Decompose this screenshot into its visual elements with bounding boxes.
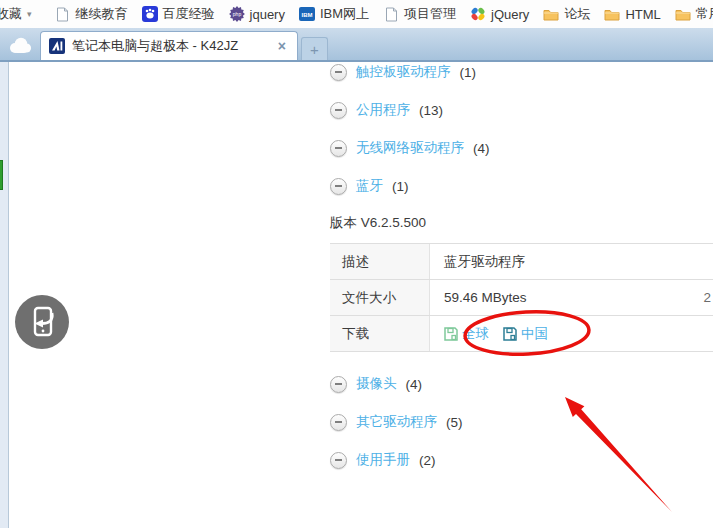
send-to-phone-button[interactable] xyxy=(15,295,69,349)
jquery-icon xyxy=(470,6,486,22)
section-count: (1) xyxy=(460,65,477,80)
bookmark-label: jquery xyxy=(250,7,285,22)
new-tab-button[interactable]: + xyxy=(301,37,328,60)
bookmark-changyong[interactable]: 常用 xyxy=(668,2,713,26)
page-icon xyxy=(383,6,399,22)
bookmark-xiangmuguanli[interactable]: 项目管理 xyxy=(376,2,463,26)
section-manual: 使用手册 (2) xyxy=(330,451,436,469)
bookmark-label: 继续教育 xyxy=(76,5,128,23)
version-text: 版本 V6.2.5.500 xyxy=(330,214,426,232)
bookmark-jixujiaoyu[interactable]: 继续教育 xyxy=(48,2,135,26)
cloud-icon xyxy=(7,36,33,54)
section-wireless-driver: 无线网络驱动程序 (4) xyxy=(330,139,490,157)
section-count: (5) xyxy=(446,415,463,430)
section-link[interactable]: 使用手册 xyxy=(356,451,410,469)
tab-title: 笔记本电脑与超极本 - K42JZ xyxy=(72,37,268,55)
floppy-disk-icon xyxy=(444,327,458,341)
section-link[interactable]: 无线网络驱动程序 xyxy=(356,139,464,157)
collapse-minus-icon[interactable] xyxy=(330,140,347,157)
row-value: 蓝牙驱动程序 xyxy=(444,253,525,271)
bookmark-html[interactable]: HTML xyxy=(597,3,667,25)
favorites-menu[interactable]: 收藏 ▾ xyxy=(0,5,36,23)
row-label: 下载 xyxy=(330,316,430,351)
browser-tab-active[interactable]: 笔记本电脑与超极本 - K42JZ × xyxy=(40,31,298,60)
page-icon xyxy=(55,6,71,22)
section-link[interactable]: 摄像头 xyxy=(356,375,397,393)
phone-share-icon xyxy=(15,295,69,349)
bookmark-label: 常用 xyxy=(696,5,713,23)
row-value: 59.46 MBytes xyxy=(444,290,527,305)
php-icon: php xyxy=(229,6,245,22)
folder-icon xyxy=(604,6,620,22)
bookmark-luntan[interactable]: 论坛 xyxy=(536,2,597,26)
bookmark-label: IBM网上 xyxy=(320,5,369,23)
collapse-minus-icon[interactable] xyxy=(330,376,347,393)
section-touchpad-driver: 触控板驱动程序 (1) xyxy=(330,63,476,81)
bookmarks-bar: 收藏 ▾ 继续教育 百度经验 php jquery IBM IBM网上 项目管理 xyxy=(0,0,713,28)
tab-close-icon[interactable]: × xyxy=(275,38,289,54)
collapse-minus-icon[interactable] xyxy=(330,414,347,431)
floppy-disk-icon xyxy=(503,327,517,341)
collapse-minus-icon[interactable] xyxy=(330,178,347,195)
collapse-minus-icon[interactable] xyxy=(330,102,347,119)
bookmark-ibm[interactable]: IBM IBM网上 xyxy=(292,2,376,26)
bookmark-label: 项目管理 xyxy=(404,5,456,23)
bookmark-label: HTML xyxy=(625,7,660,22)
collapse-minus-icon[interactable] xyxy=(330,452,347,469)
folder-icon xyxy=(543,6,559,22)
section-count: (4) xyxy=(406,377,423,392)
ibm-icon: IBM xyxy=(299,6,315,22)
section-link[interactable]: 触控板驱动程序 xyxy=(356,63,451,81)
section-link[interactable]: 蓝牙 xyxy=(356,177,383,195)
clipped-date-text: 2 xyxy=(703,290,711,305)
download-link-global[interactable]: 全球 xyxy=(444,325,489,343)
tab-bar: 笔记本电脑与超极本 - K42JZ × + xyxy=(0,28,713,62)
collapse-minus-icon[interactable] xyxy=(330,64,347,81)
section-camera: 摄像头 (4) xyxy=(330,375,422,393)
section-count: (1) xyxy=(392,179,409,194)
section-other-drivers: 其它驱动程序 (5) xyxy=(330,413,463,431)
svg-text:IBM: IBM xyxy=(301,12,312,18)
bookmark-label: 百度经验 xyxy=(163,5,215,23)
bookmark-label: 论坛 xyxy=(564,5,590,23)
section-link[interactable]: 公用程序 xyxy=(356,101,410,119)
row-label: 描述 xyxy=(330,244,430,279)
bookmark-label: jQuery xyxy=(491,7,529,22)
bookmark-jquery-php[interactable]: php jquery xyxy=(222,3,292,25)
folder-icon xyxy=(675,6,691,22)
download-link-china[interactable]: 中国 xyxy=(503,325,548,343)
page-content: 触控板驱动程序 (1) 公用程序 (13) 无线网络驱动程序 (4) 蓝牙 (1… xyxy=(0,62,713,528)
bookmark-jquery[interactable]: jQuery xyxy=(463,3,536,25)
section-count: (13) xyxy=(419,103,443,118)
table-row-filesize: 文件大小 59.46 MBytes 2 xyxy=(330,280,713,316)
browser-side-strip xyxy=(0,62,9,528)
section-bluetooth: 蓝牙 (1) xyxy=(330,177,409,195)
table-row-download: 下载 全球 中国 xyxy=(330,316,713,352)
bookmark-baidujingyan[interactable]: 百度经验 xyxy=(135,2,222,26)
svg-text:php: php xyxy=(232,11,241,17)
row-label: 文件大小 xyxy=(330,280,430,315)
section-count: (4) xyxy=(473,141,490,156)
section-utilities: 公用程序 (13) xyxy=(330,101,443,119)
browser-cloud-button[interactable] xyxy=(0,30,40,60)
favorites-label: 收藏 xyxy=(0,5,22,23)
chevron-down-icon: ▾ xyxy=(27,9,32,19)
section-link[interactable]: 其它驱动程序 xyxy=(356,413,437,431)
section-count: (2) xyxy=(419,453,436,468)
side-panel-green-tab[interactable] xyxy=(0,160,3,190)
driver-detail-table: 描述 蓝牙驱动程序 文件大小 59.46 MBytes 2 下载 全球 中国 xyxy=(330,243,713,352)
site-favicon xyxy=(49,38,65,54)
table-row-description: 描述 蓝牙驱动程序 xyxy=(330,244,713,280)
baidu-icon xyxy=(142,6,158,22)
